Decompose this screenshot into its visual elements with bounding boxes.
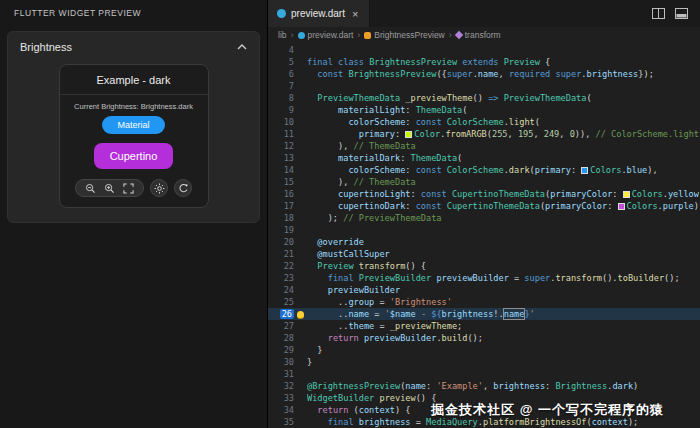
- code-line-7[interactable]: 7: [268, 80, 700, 92]
- panel-title: FLUTTER WIDGET PREVIEW: [14, 8, 141, 18]
- editor-actions: [652, 0, 700, 27]
- breadcrumb: lib › preview.dart › BrightnessPreview ›…: [268, 27, 700, 43]
- code-line-8[interactable]: 8 PreviewThemeData _previewTheme() => Pr…: [268, 92, 700, 104]
- material-button[interactable]: Material: [102, 116, 164, 134]
- breadcrumb-item-file[interactable]: preview.dart: [298, 30, 354, 40]
- section-title: Brightness: [20, 41, 72, 53]
- color-swatch[interactable]: [581, 167, 588, 174]
- code-line-18[interactable]: 18 ); // PreviewThemeData: [268, 212, 700, 224]
- code-line-27[interactable]: 27 ..theme = _previewTheme;: [268, 320, 700, 332]
- breadcrumb-separator: ›: [291, 30, 294, 40]
- tab-bar: preview.dart ×: [268, 0, 700, 27]
- zoom-out-icon[interactable]: [85, 183, 96, 194]
- code-line-29[interactable]: 29 }: [268, 344, 700, 356]
- sun-icon: [154, 183, 165, 194]
- breadcrumb-label: BrightnessPreview: [374, 30, 444, 40]
- code-line-19[interactable]: 19: [268, 224, 700, 236]
- code-lines: 45final class BrightnessPreview extends …: [268, 44, 700, 428]
- code-line-32[interactable]: 32@BrightnessPreview(name: 'Example', br…: [268, 380, 700, 392]
- chevron-up-icon[interactable]: [237, 44, 247, 50]
- code-line-13[interactable]: 13 materialDark: ThemeData(: [268, 152, 700, 164]
- breadcrumb-item-lib[interactable]: lib: [278, 30, 287, 40]
- breadcrumb-item-method[interactable]: transform: [456, 30, 501, 40]
- code-line-28[interactable]: 28 return previewBuilder.build();: [268, 332, 700, 344]
- code-line-21[interactable]: 21 @mustCallSuper: [268, 248, 700, 260]
- editor-area: preview.dart × lib › preview.dart › Brig…: [268, 0, 700, 428]
- code-line-22[interactable]: 22 Preview transform() {: [268, 260, 700, 272]
- symbol-class-icon: [364, 32, 371, 39]
- code-line-17[interactable]: 17 cupertinoDark: const CupertinoThemeDa…: [268, 200, 700, 212]
- code-line-4[interactable]: 4: [268, 44, 700, 56]
- brightness-section: Brightness Example - dark Current Bright…: [7, 31, 260, 223]
- dart-file-icon: [298, 32, 305, 39]
- code-line-23[interactable]: 23 final PreviewBuilder previewBuilder =…: [268, 272, 700, 284]
- current-brightness-label: Current Brightness: Brightness.dark: [64, 102, 204, 111]
- refresh-icon: [178, 183, 189, 194]
- color-swatch[interactable]: [623, 191, 630, 198]
- tab-label: preview.dart: [291, 8, 345, 19]
- code-line-31[interactable]: 31: [268, 368, 700, 380]
- breadcrumb-label: transform: [465, 30, 501, 40]
- breadcrumb-item-class[interactable]: BrightnessPreview: [364, 30, 444, 40]
- flutter-widget-preview-panel: FLUTTER WIDGET PREVIEW Brightness Exampl…: [0, 0, 268, 428]
- cupertino-button[interactable]: Cupertino: [94, 143, 174, 169]
- split-editor-icon[interactable]: [652, 8, 665, 19]
- brightness-toggle-button[interactable]: [150, 179, 168, 197]
- zoom-in-icon[interactable]: [104, 183, 115, 194]
- code-line-26[interactable]: 26 ..name = '$name - ${brightness!.name}…: [268, 308, 700, 320]
- preview-title: Example - dark: [60, 74, 208, 95]
- lightbulb-icon[interactable]: [297, 311, 304, 318]
- code-line-10[interactable]: 10 colorScheme: const ColorScheme.light(: [268, 116, 700, 128]
- code-line-12[interactable]: 12 ), // ThemeData: [268, 140, 700, 152]
- close-tab-icon[interactable]: ×: [350, 8, 360, 20]
- layout-panel-icon[interactable]: [675, 8, 688, 19]
- breadcrumb-separator: ›: [449, 30, 452, 40]
- code-line-11[interactable]: 11 primary: Color.fromARGB(255, 195, 249…: [268, 128, 700, 140]
- breadcrumb-separator: ›: [357, 30, 360, 40]
- code-line-30[interactable]: 30}: [268, 356, 700, 368]
- watermark: 掘金技术社区 @ 一个写不完程序的猿: [431, 401, 664, 419]
- dart-file-icon: [277, 9, 286, 18]
- breadcrumb-label: preview.dart: [308, 30, 354, 40]
- tab-preview-dart[interactable]: preview.dart ×: [268, 0, 370, 27]
- color-swatch[interactable]: [405, 131, 412, 138]
- preview-card: Example - dark Current Brightness: Brigh…: [59, 64, 209, 208]
- code-line-14[interactable]: 14 colorScheme: const ColorScheme.dark(p…: [268, 164, 700, 176]
- symbol-method-icon: [455, 31, 463, 39]
- fit-view-icon[interactable]: [123, 183, 134, 194]
- refresh-button[interactable]: [174, 179, 192, 197]
- code-line-24[interactable]: 24 previewBuilder: [268, 284, 700, 296]
- code-line-20[interactable]: 20 @override: [268, 236, 700, 248]
- panel-header: FLUTTER WIDGET PREVIEW: [0, 0, 267, 26]
- code-line-5[interactable]: 5final class BrightnessPreview extends P…: [268, 56, 700, 68]
- code-line-15[interactable]: 15 ), // ThemeData: [268, 176, 700, 188]
- breadcrumb-label: lib: [278, 30, 287, 40]
- code-editor[interactable]: 45final class BrightnessPreview extends …: [268, 43, 700, 428]
- code-line-16[interactable]: 16 cupertinoLight: const CupertinoThemeD…: [268, 188, 700, 200]
- brightness-section-header[interactable]: Brightness: [8, 32, 259, 60]
- color-swatch[interactable]: [618, 203, 625, 210]
- zoom-controls: [75, 179, 144, 197]
- code-line-6[interactable]: 6 const BrightnessPreview({super.name, r…: [268, 68, 700, 80]
- preview-toolbar: [60, 179, 208, 197]
- code-line-9[interactable]: 9 materialLight: ThemeData(: [268, 104, 700, 116]
- code-line-25[interactable]: 25 ..group = 'Brightness': [268, 296, 700, 308]
